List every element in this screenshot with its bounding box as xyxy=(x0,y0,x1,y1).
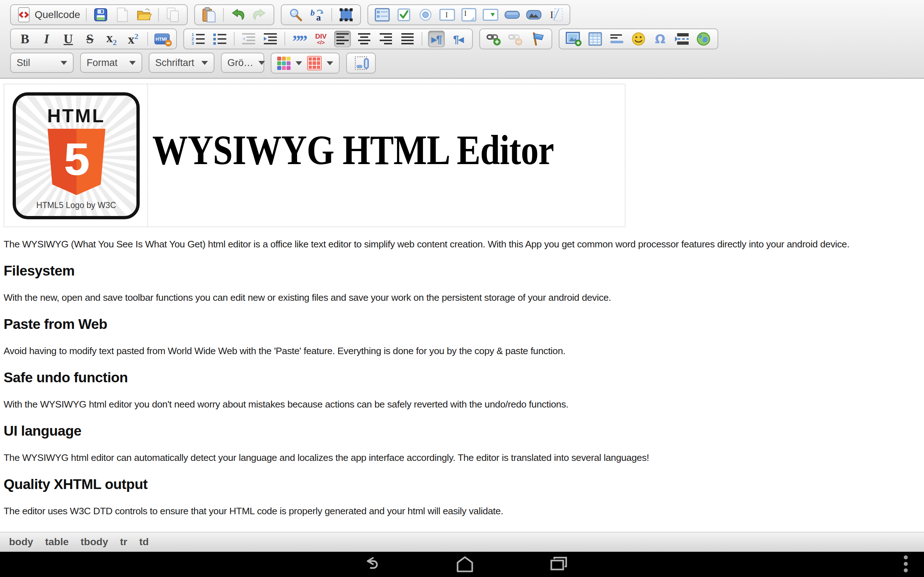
path-item-tbody[interactable]: tbody xyxy=(81,536,108,548)
path-item-body[interactable]: body xyxy=(9,536,33,548)
save-icon xyxy=(94,8,108,22)
format-dropdown[interactable]: Format xyxy=(80,53,142,73)
align-justify-button[interactable] xyxy=(399,31,416,47)
textarea-button[interactable]: I xyxy=(460,6,477,23)
iframe-globe-icon xyxy=(696,32,711,46)
open-file-button[interactable] xyxy=(136,6,152,23)
bidi-ltr-button[interactable]: ▸¶ xyxy=(428,31,445,47)
div-container-icon: DIV </> xyxy=(315,33,327,45)
text-color-button[interactable] xyxy=(277,55,302,71)
image-button-icon xyxy=(526,10,542,20)
home-icon xyxy=(456,556,474,572)
horizontal-rule-button[interactable] xyxy=(609,31,625,47)
bold-button[interactable]: B xyxy=(16,31,33,47)
checkbox-icon xyxy=(397,8,411,22)
nav-back-button[interactable] xyxy=(349,552,393,576)
numbered-list-button[interactable]: 123 xyxy=(190,31,207,47)
subscript-button[interactable]: x2 xyxy=(103,31,120,47)
outdent-button[interactable] xyxy=(241,31,257,47)
insert-table-button[interactable] xyxy=(587,31,604,47)
title-table-cell[interactable]: WYSIWYG HTML Editor xyxy=(148,84,625,227)
strikethrough-button[interactable]: S xyxy=(82,31,98,47)
insert-image-button[interactable] xyxy=(565,31,582,47)
svg-text:a: a xyxy=(316,12,321,22)
background-color-button[interactable] xyxy=(307,55,333,71)
font-dropdown-label: Schriftart xyxy=(155,57,194,69)
anchor-button[interactable] xyxy=(529,31,546,47)
select-field-button[interactable] xyxy=(482,6,499,23)
blockquote-icon: ”” xyxy=(292,31,306,47)
size-dropdown[interactable]: Grö… xyxy=(221,53,264,73)
align-left-button[interactable] xyxy=(334,31,351,47)
subscript-icon: x2 xyxy=(107,31,117,47)
div-container-button[interactable]: DIV </> xyxy=(313,31,329,47)
align-right-button[interactable] xyxy=(378,31,394,47)
find-button[interactable] xyxy=(287,6,304,23)
hidden-field-button[interactable]: I xyxy=(547,6,564,23)
html5-logo-caption: HTML5 Logo by W3C xyxy=(16,200,136,210)
path-item-tr[interactable]: tr xyxy=(120,536,127,548)
select-all-button[interactable] xyxy=(338,6,354,23)
checkbox-button[interactable] xyxy=(396,6,412,23)
editing-area[interactable]: HTML 5 HTML5 Logo by W3C WYSIWYG HTML Ed… xyxy=(0,79,924,532)
new-document-button[interactable] xyxy=(114,6,131,23)
path-item-table[interactable]: table xyxy=(45,536,69,548)
save-button[interactable] xyxy=(92,6,109,23)
copy-button[interactable] xyxy=(165,6,181,23)
align-center-button[interactable] xyxy=(356,31,373,47)
svg-text:I: I xyxy=(550,9,553,20)
underline-button[interactable]: U xyxy=(60,31,76,47)
insert-link-button[interactable] xyxy=(486,31,502,47)
redo-button[interactable] xyxy=(251,6,268,23)
bidi-ltr-icon: ▸¶ xyxy=(431,33,441,45)
divider xyxy=(158,8,159,22)
path-item-td[interactable]: td xyxy=(139,536,149,548)
nav-recents-button[interactable] xyxy=(537,552,580,576)
styles-dropdown[interactable]: Stil xyxy=(10,53,74,73)
section-heading: Filesystem xyxy=(3,262,924,279)
size-dropdown-label: Grö… xyxy=(228,57,254,69)
bulleted-list-icon xyxy=(213,32,227,46)
remove-link-button[interactable] xyxy=(507,31,524,47)
overflow-menu-button[interactable] xyxy=(900,555,912,572)
remove-format-button[interactable]: HTML xyxy=(154,31,170,47)
outdent-icon xyxy=(241,32,256,46)
button-field-button[interactable] xyxy=(504,6,520,23)
nav-home-button[interactable] xyxy=(443,552,486,576)
indent-button[interactable] xyxy=(262,31,279,47)
page-break-button[interactable] xyxy=(674,31,690,47)
chevron-down-icon xyxy=(327,61,333,65)
chevron-down-icon xyxy=(129,61,136,65)
radio-button[interactable] xyxy=(417,6,434,23)
bulleted-list-button[interactable] xyxy=(212,31,228,47)
blockquote-button[interactable]: ”” xyxy=(291,31,307,47)
font-dropdown[interactable]: Schriftart xyxy=(149,53,215,73)
paste-button[interactable] xyxy=(201,6,217,23)
smiley-button[interactable] xyxy=(630,31,647,47)
show-blocks-button[interactable] xyxy=(353,55,369,71)
bidi-rtl-icon: ¶◂ xyxy=(453,33,463,45)
chevron-down-icon xyxy=(61,61,67,65)
toolbar-row-1: Quellcode xyxy=(10,4,924,25)
italic-button[interactable]: I xyxy=(38,31,55,47)
superscript-button[interactable]: x2 xyxy=(125,31,142,47)
bidi-rtl-button[interactable]: ¶◂ xyxy=(450,31,466,47)
overflow-menu-dot xyxy=(904,555,908,559)
format-dropdown-label: Format xyxy=(87,57,118,69)
html5-logo-image[interactable]: HTML 5 HTML5 Logo by W3C xyxy=(13,92,140,219)
document-title: WYSIWYG HTML Editor xyxy=(152,126,554,174)
iframe-button[interactable] xyxy=(695,31,712,47)
omega-icon: Ω xyxy=(655,32,666,46)
indent-icon xyxy=(263,32,278,46)
text-field-button[interactable]: I xyxy=(439,6,456,23)
page-break-icon xyxy=(674,32,690,46)
image-button-button[interactable] xyxy=(525,6,542,23)
radio-button-icon xyxy=(419,8,432,22)
logo-table-cell[interactable]: HTML 5 HTML5 Logo by W3C xyxy=(4,84,148,227)
undo-button[interactable] xyxy=(229,6,246,23)
form-button[interactable] xyxy=(374,6,391,23)
source-code-button[interactable]: Quellcode xyxy=(16,6,80,23)
special-char-button[interactable]: Ω xyxy=(652,31,669,47)
replace-button[interactable]: b a xyxy=(309,6,326,23)
source-code-icon xyxy=(16,7,31,23)
